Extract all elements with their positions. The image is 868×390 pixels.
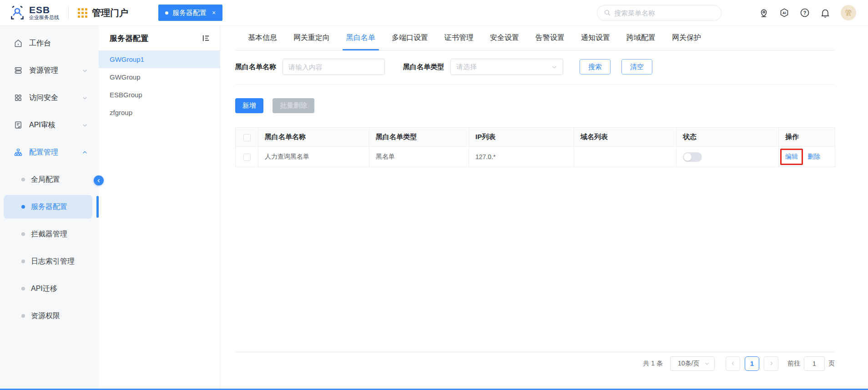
row-checkbox[interactable]	[243, 154, 251, 161]
sidebar: 工作台 资源管理 访问安全 API审核	[0, 26, 99, 389]
sidebar-subitem-label: API迁移	[31, 284, 57, 294]
tab-label: 服务器配置	[172, 9, 207, 17]
sidebar-item-resource[interactable]: 资源管理	[0, 57, 99, 84]
sidebar-item-access-security[interactable]: 访问安全	[0, 84, 99, 111]
help-icon[interactable]: ?	[800, 8, 810, 18]
pagination-total: 共 1 条	[643, 360, 663, 368]
toggle-knob	[684, 153, 691, 161]
prev-page-button[interactable]	[726, 356, 740, 371]
config-icon	[14, 148, 23, 157]
sidebar-subitem-log-index[interactable]: 日志索引管理	[0, 248, 99, 275]
column-header: 黑白名单名称	[258, 128, 369, 147]
logo-title: ESB	[29, 5, 59, 15]
sidebar-subitem-label: 日志索引管理	[31, 257, 75, 266]
next-page-button[interactable]	[764, 356, 778, 371]
bell-icon[interactable]	[820, 8, 830, 18]
edit-link[interactable]: 编辑	[785, 153, 798, 160]
group-item-esbgroup[interactable]: ESBGroup	[99, 86, 220, 104]
esb-logo-icon	[9, 5, 25, 21]
sidebar-collapse-button[interactable]	[94, 175, 104, 185]
pagination: 共 1 条 10条/页 1 前往 页	[235, 352, 835, 375]
sidebar-item-label: 配置管理	[29, 148, 58, 157]
filter-name-input[interactable]	[283, 59, 385, 75]
portal-title: 管理门户	[92, 7, 128, 19]
tab-multi-port[interactable]: 多端口设置	[384, 26, 436, 50]
chevron-down-icon	[82, 95, 88, 101]
chevron-down-icon	[82, 68, 88, 74]
avatar[interactable]: 管	[841, 5, 856, 20]
sidebar-subitem-resource-permission[interactable]: 资源权限	[0, 302, 99, 330]
sidebar-subitem-label: 服务器配置	[31, 202, 67, 212]
add-button[interactable]: 新增	[235, 98, 263, 113]
goto-label: 前往	[787, 360, 800, 368]
sidebar-item-config-management[interactable]: 配置管理	[0, 139, 99, 166]
avatar-text: 管	[845, 9, 852, 17]
api-audit-icon	[14, 120, 23, 130]
group-item-gwgroup[interactable]: GWGroup	[99, 68, 220, 86]
sidebar-subitem-global-config[interactable]: 全局配置	[0, 166, 99, 193]
table-actions: 新增 批量删除	[235, 98, 835, 113]
bullet-dot-icon	[21, 178, 25, 181]
cell-name: 人力查询黑名单	[258, 147, 369, 167]
home-icon	[14, 39, 23, 48]
chevron-right-icon	[769, 361, 774, 366]
tab-notification-settings[interactable]: 通知设置	[573, 26, 618, 50]
cell-domain-list	[574, 147, 676, 167]
tab-security-settings[interactable]: 安全设置	[482, 26, 527, 50]
select-all-checkbox[interactable]	[243, 134, 251, 141]
tab-gateway-protection[interactable]: 网关保护	[664, 26, 709, 50]
filter-bar: 黑白名单名称 黑白名单类型 请选择 搜索 清空	[235, 59, 835, 75]
bullet-dot-icon	[21, 260, 25, 263]
group-item-gwgroup1[interactable]: GWGroup1	[99, 50, 220, 68]
cell-ip-list: 127.0.*	[469, 147, 574, 167]
batch-delete-button[interactable]: 批量删除	[273, 98, 314, 113]
header-divider	[68, 6, 69, 19]
search-button[interactable]: 搜索	[580, 59, 611, 75]
sidebar-item-label: 资源管理	[29, 66, 58, 75]
sidebar-subitem-api-migration[interactable]: API迁移	[0, 275, 99, 302]
sidebar-subitem-interceptor[interactable]: 拦截器管理	[0, 220, 99, 248]
sidebar-item-api-audit[interactable]: API审核	[0, 111, 99, 139]
column-header: 状态	[676, 128, 779, 147]
sidebar-subitem-server-config[interactable]: 服务器配置	[4, 195, 92, 219]
sidebar-item-label: API审核	[29, 120, 56, 130]
ai-icon[interactable]: AI	[779, 8, 789, 18]
clear-button[interactable]: 清空	[621, 59, 652, 75]
open-page-tab[interactable]: 服务器配置 ×	[158, 5, 222, 21]
goto-page-input[interactable]	[804, 356, 825, 371]
menu-search[interactable]	[597, 5, 722, 21]
bullet-dot-icon	[21, 287, 25, 290]
group-item-label: GWGroup1	[110, 55, 144, 63]
location-icon[interactable]	[759, 8, 769, 18]
filter-type-select[interactable]: 请选择	[450, 59, 563, 75]
table-row: 人力查询黑名单 黑名单 127.0.* 编辑删除	[236, 147, 835, 167]
delete-link[interactable]: 删除	[807, 153, 820, 160]
group-item-zfgroup[interactable]: zfgroup	[99, 104, 220, 121]
app-header: ESB 企业服务总线 管理门户 服务器配置 × AI	[0, 0, 868, 26]
tab-certificate[interactable]: 证书管理	[436, 26, 482, 50]
page-size-value: 10条/页	[678, 360, 699, 368]
chevron-down-icon	[82, 122, 88, 128]
svg-text:?: ?	[803, 10, 806, 15]
page-size-select[interactable]: 10条/页	[670, 356, 715, 371]
search-input[interactable]	[614, 9, 705, 17]
page-number-button[interactable]: 1	[745, 356, 759, 371]
tab-gateway-redirect[interactable]: 网关重定向	[285, 26, 338, 50]
collapse-menu-icon[interactable]	[202, 34, 211, 43]
status-toggle[interactable]	[683, 152, 702, 162]
table-header-row: 黑白名单名称 黑白名单类型 IP列表 域名列表 状态 操作	[236, 128, 835, 147]
bullet-dot-icon	[21, 314, 25, 318]
tab-basic-info[interactable]: 基本信息	[240, 26, 285, 50]
column-header: 域名列表	[574, 128, 676, 147]
column-header: 操作	[779, 128, 835, 147]
tab-alert-settings[interactable]: 告警设置	[527, 26, 573, 50]
tab-close-icon[interactable]: ×	[212, 9, 216, 16]
tab-cors-config[interactable]: 跨域配置	[618, 26, 664, 50]
blacklist-table: 黑白名单名称 黑白名单类型 IP列表 域名列表 状态 操作 人力查询黑名单 黑名…	[235, 127, 835, 167]
server-group-panel: 服务器配置 GWGroup1 GWGroup ESBGroup zfgroup	[99, 26, 220, 389]
group-item-label: GWGroup	[110, 73, 141, 81]
active-item-indicator	[96, 196, 99, 218]
sidebar-item-workbench[interactable]: 工作台	[0, 30, 99, 57]
tab-blacklist-whitelist[interactable]: 黑白名单	[338, 26, 384, 50]
filter-type-label: 黑白名单类型	[403, 63, 444, 71]
